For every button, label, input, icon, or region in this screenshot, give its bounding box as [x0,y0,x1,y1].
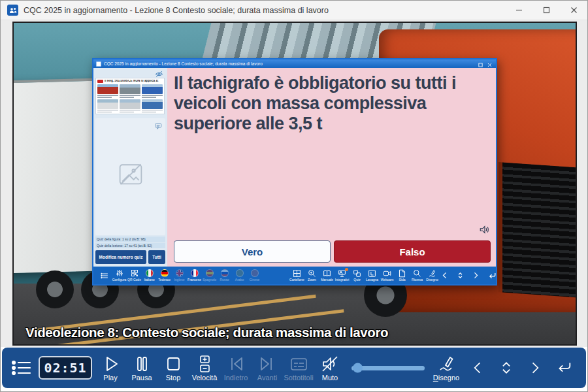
language-chinese-button[interactable]: Cinese [247,269,262,282]
qr-code-button[interactable]: QR Code [127,269,142,282]
quiz-left-panel: Il Reg. 561/2006/CE NON si applica a: [93,68,167,267]
thumbnail-vehicle [120,99,140,113]
quiz-dialog-icon [96,61,101,67]
quiz-toolbar: Configura QR Code Italiano Tedesco Ingle… [93,267,496,284]
thumbnail-vehicle [142,84,163,98]
player-bar: 02:51 Play Pausa Stop Velocità Indietro … [2,348,586,388]
thumbnail-vehicle [97,84,118,98]
prev-lesson-icon[interactable] [467,360,488,376]
zoom-button[interactable]: Zoom [304,269,319,282]
lavagna-button[interactable]: Lavagna [365,269,380,282]
close-icon[interactable] [560,1,587,20]
language-italian-button[interactable]: Italiano [142,269,157,282]
play-button[interactable]: Play [95,355,126,382]
scene-wheel [36,270,74,308]
draw-button[interactable]: Disegno [431,355,462,382]
quiz-menu-icon[interactable] [97,272,112,280]
slider-track[interactable] [351,366,425,370]
answer-falso-button[interactable]: Falso [334,240,491,263]
playlist-menu-icon[interactable] [7,358,36,378]
scene-truck-grille [498,162,577,299]
sida-button[interactable]: Sida [395,269,410,282]
webcam-button[interactable]: Webcam [380,269,395,282]
language-russian-button[interactable]: Russo [217,269,232,282]
stage: Videolezione 8: Contesto sociale; durata… [1,20,587,347]
minimize-icon[interactable] [505,1,532,20]
search-button[interactable]: Ricerca [410,269,425,282]
app-window: CQC 2025 in aggiornamento - Lezione 8 Co… [0,0,588,392]
audio-speaker-icon[interactable] [479,225,490,237]
app-icon [7,5,18,16]
quiz-dialog-titlebar[interactable]: CQC 2025 in aggiornamento - Lezione 8 Co… [93,59,496,68]
notification-badge [345,268,348,271]
quiz-flip-icon[interactable] [455,271,465,280]
thumbnail-vehicle [97,99,118,113]
quiz-figure-thumbnail[interactable]: Il Reg. 561/2006/CE NON si applica a: [95,78,165,114]
quiz-button[interactable]: Quiz [350,269,365,282]
configure-button[interactable]: Configura [112,269,127,282]
stop-button[interactable]: Stop [157,355,189,382]
cartellone-button[interactable]: Cartellone [289,269,304,282]
return-icon[interactable] [553,359,574,376]
quiz-prev-icon[interactable] [440,271,449,280]
question-text: Il tachigrafo è obbligatorio su tutti i … [174,73,491,134]
next-lesson-icon[interactable] [525,360,546,376]
elapsed-time-display: 02:51 [39,356,92,380]
video-caption: Videolezione 8: Contesto sociale; durata… [25,325,388,340]
quiz-number-tag [97,80,103,83]
language-german-button[interactable]: Tedesco [157,269,172,282]
quiz-return-icon[interactable] [487,271,497,280]
quiz-lesson-counter: Quiz della lezione: 17 su 41 (tot.B: 52) [95,243,165,249]
language-english-button[interactable]: Inglese [172,269,187,282]
slider-thumb[interactable] [353,363,363,373]
quiz-figure-counter: Quiz della figura: 1 su 2 (liv.B: 98) [95,237,165,242]
window-title: CQC 2025 in aggiornamento - Lezione 8 Co… [24,6,505,15]
mute-button[interactable]: Muto [314,355,346,382]
quiz-next-icon[interactable] [471,271,481,280]
thumbnail-title: Il Reg. 561/2006/CE NON si applica a: [105,80,159,83]
comment-bubble-icon[interactable] [155,121,162,133]
thumbnail-vehicle [120,84,140,98]
maximize-icon[interactable] [532,1,560,20]
language-arabic-button[interactable]: Arabo [232,269,247,282]
thumbnail-vehicle [142,99,163,113]
quiz-dialog: CQC 2025 in aggiornamento - Lezione 8 Co… [92,58,497,286]
modify-quiz-number-button[interactable]: Modifica numero quiz [95,250,146,264]
draw-button[interactable]: Disegno [425,269,440,282]
volume-slider[interactable] [346,366,431,370]
no-image-placeholder-icon [116,161,145,189]
answer-vero-button[interactable]: Vero [174,240,331,263]
subtitles-button[interactable]: Sottotitoli [283,355,314,382]
forward-button[interactable]: Avanti [252,355,283,382]
manual-button[interactable]: Manuale [319,269,335,282]
titlebar: CQC 2025 in aggiornamento - Lezione 8 Co… [1,1,587,20]
all-quizzes-button[interactable]: Tutti [148,250,165,264]
comment-panel [95,118,165,235]
pause-button[interactable]: Pausa [126,355,157,382]
language-spanish-button[interactable]: Spagnolo [202,269,217,282]
integrativi-button[interactable]: Integrativi [335,269,350,282]
hide-image-icon[interactable] [155,69,163,78]
quiz-dialog-title: CQC 2025 in aggiornamento - Lezione 8 Co… [104,61,478,66]
speed-button[interactable]: Velocità [189,355,220,382]
question-area: Il tachigrafo è obbligatorio su tutti i … [167,68,496,267]
back-button[interactable]: Indietro [220,355,252,382]
language-french-button[interactable]: Francese [187,269,202,282]
flip-icon[interactable] [496,360,517,376]
